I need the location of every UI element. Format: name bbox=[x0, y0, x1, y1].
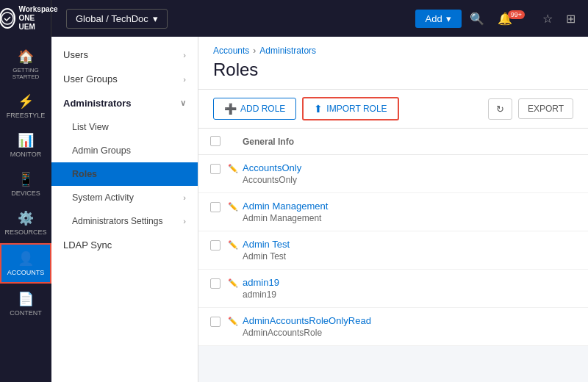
monitor-icon: 📊 bbox=[18, 132, 34, 148]
grid-button[interactable]: ⊞ bbox=[561, 8, 581, 29]
import-icon: ⬆ bbox=[314, 103, 323, 115]
row-content: Admin Test Admin Test bbox=[243, 239, 576, 262]
roles-table: General Info ✏️ AccountsOnly AccountsOnl… bbox=[198, 129, 588, 346]
table-row[interactable]: ✏️ AccountsOnly AccountsOnly bbox=[198, 155, 588, 193]
sidebar-item-system-activity[interactable]: System Activity › bbox=[51, 186, 198, 209]
add-role-button[interactable]: ➕ ADD ROLE bbox=[213, 98, 296, 120]
row-checkbox[interactable] bbox=[210, 164, 220, 174]
rail-item-label: ACCOUNTS bbox=[7, 269, 45, 276]
rail-item-accounts[interactable]: 👤 ACCOUNTS bbox=[0, 243, 51, 284]
row-edit-icon: ✏️ bbox=[228, 317, 243, 326]
rail-item-content[interactable]: 📄 CONTENT bbox=[0, 285, 51, 322]
chevron-right-icon: › bbox=[183, 193, 186, 202]
breadcrumb-administrators[interactable]: Administrators bbox=[259, 46, 316, 56]
row-edit-icon: ✏️ bbox=[228, 202, 243, 212]
sidebar-item-ldap-sync-label: LDAP Sync bbox=[63, 239, 112, 251]
sidebar-item-administrators-settings[interactable]: Administrators Settings › bbox=[51, 209, 198, 233]
role-name[interactable]: AdminAccountsRoleOnlyRead bbox=[243, 315, 576, 326]
search-icon: 🔍 bbox=[470, 12, 484, 25]
table-row[interactable]: ✏️ Admin Management Admin Management bbox=[198, 193, 588, 231]
sidebar-item-user-groups[interactable]: User Groups › bbox=[51, 67, 198, 91]
rail-item-label: FREESTYLE bbox=[7, 112, 46, 119]
content-icon: 📄 bbox=[18, 291, 34, 307]
add-role-label: ADD ROLE bbox=[240, 104, 285, 114]
import-role-button[interactable]: ⬆ IMPORT ROLE bbox=[302, 97, 398, 120]
search-button[interactable]: 🔍 bbox=[465, 8, 490, 29]
row-checkbox-cell bbox=[210, 317, 228, 330]
top-nav-right: Add ▾ 🔍 🔔99+ ☆ ⊞ bbox=[415, 8, 588, 29]
chevron-down-icon: ∨ bbox=[180, 98, 186, 108]
table-row[interactable]: ✏️ admin19 admin19 bbox=[198, 270, 588, 308]
sidebar-item-admin-groups[interactable]: Admin Groups bbox=[51, 139, 198, 162]
devices-icon: 📱 bbox=[18, 171, 34, 187]
row-checkbox[interactable] bbox=[210, 202, 220, 212]
role-name[interactable]: admin19 bbox=[243, 277, 576, 288]
role-name[interactable]: AccountsOnly bbox=[243, 162, 576, 173]
logo-icon bbox=[0, 8, 15, 29]
sidebar-item-administrators[interactable]: Administrators ∨ bbox=[51, 91, 198, 115]
breadcrumb-accounts[interactable]: Accounts bbox=[213, 46, 249, 56]
getting-started-icon: 🏠 bbox=[18, 48, 34, 65]
general-info-header: General Info bbox=[243, 137, 294, 147]
top-nav-center: Global / TechDoc ▾ bbox=[51, 9, 415, 29]
table-header: General Info bbox=[198, 129, 588, 155]
add-button[interactable]: Add ▾ bbox=[415, 10, 462, 28]
header-checkbox[interactable] bbox=[210, 136, 220, 146]
svg-point-0 bbox=[1, 12, 13, 24]
header-checkbox-cell bbox=[210, 136, 228, 148]
rail-item-devices[interactable]: 📱 DEVICES bbox=[0, 165, 51, 203]
row-checkbox-cell bbox=[210, 278, 228, 292]
chevron-down-icon: ▾ bbox=[153, 13, 158, 24]
row-edit-icon: ✏️ bbox=[228, 164, 243, 173]
row-checkbox[interactable] bbox=[210, 317, 220, 327]
favorites-button[interactable]: ☆ bbox=[537, 8, 558, 29]
role-name[interactable]: Admin Management bbox=[243, 201, 576, 212]
app-logo: Workspace ONE UEM bbox=[0, 0, 51, 37]
sidebar: Users › User Groups › Administrators ∨ L… bbox=[51, 37, 198, 382]
rail-item-label: MONITOR bbox=[10, 151, 41, 158]
sidebar-item-admin-groups-label: Admin Groups bbox=[72, 145, 131, 156]
star-icon: ☆ bbox=[542, 12, 553, 25]
role-desc: admin19 bbox=[243, 289, 576, 300]
accounts-icon: 👤 bbox=[18, 251, 34, 267]
sidebar-item-ldap-sync[interactable]: LDAP Sync bbox=[51, 233, 198, 257]
sidebar-item-roles[interactable]: Roles bbox=[51, 162, 198, 186]
global-selector-label: Global / TechDoc bbox=[76, 13, 148, 24]
row-checkbox-cell bbox=[210, 164, 228, 177]
content-area: Accounts › Administrators Roles ➕ ADD RO… bbox=[198, 37, 588, 382]
global-selector-button[interactable]: Global / TechDoc ▾ bbox=[66, 9, 168, 29]
table-row[interactable]: ✏️ AdminAccountsRoleOnlyRead AdminAccoun… bbox=[198, 308, 588, 346]
add-button-label: Add bbox=[426, 13, 442, 24]
rail-item-resources[interactable]: ⚙️ RESOURCES bbox=[0, 204, 51, 242]
main-layout: 🏠 GETTING STARTED ⚡ FREESTYLE 📊 MONITOR … bbox=[0, 37, 588, 382]
plus-icon: ➕ bbox=[224, 103, 237, 115]
role-name[interactable]: Admin Test bbox=[243, 239, 576, 250]
rail-item-getting-started[interactable]: 🏠 GETTING STARTED bbox=[0, 43, 51, 86]
refresh-button[interactable]: ↻ bbox=[488, 98, 512, 120]
rail-item-monitor[interactable]: 📊 MONITOR bbox=[0, 126, 51, 164]
chevron-right-icon: › bbox=[183, 51, 186, 60]
sidebar-item-list-view[interactable]: List View bbox=[51, 115, 198, 139]
grid-icon: ⊞ bbox=[566, 12, 576, 25]
row-content: AccountsOnly AccountsOnly bbox=[243, 162, 576, 185]
row-checkbox-cell bbox=[210, 202, 228, 215]
export-button[interactable]: EXPORT bbox=[518, 98, 573, 119]
role-desc: Admin Management bbox=[243, 213, 576, 223]
sidebar-item-roles-label: Roles bbox=[72, 169, 97, 179]
sidebar-item-list-view-label: List View bbox=[72, 122, 109, 132]
sidebar-item-administrators-settings-label: Administrators Settings bbox=[72, 216, 162, 226]
rail-item-freestyle[interactable]: ⚡ FREESTYLE bbox=[0, 87, 51, 125]
rail-item-label: CONTENT bbox=[10, 309, 42, 317]
sidebar-item-administrators-label: Administrators bbox=[63, 98, 131, 109]
sidebar-item-users[interactable]: Users › bbox=[51, 43, 198, 67]
breadcrumb: Accounts › Administrators bbox=[213, 46, 573, 56]
table-row[interactable]: ✏️ Admin Test Admin Test bbox=[198, 231, 588, 270]
row-edit-icon: ✏️ bbox=[228, 240, 243, 250]
row-checkbox[interactable] bbox=[210, 278, 220, 289]
row-edit-icon: ✏️ bbox=[228, 278, 243, 288]
row-content: admin19 admin19 bbox=[243, 277, 576, 300]
chevron-right-icon: › bbox=[183, 217, 186, 226]
notification-button[interactable]: 🔔99+ bbox=[492, 8, 534, 29]
row-checkbox[interactable] bbox=[210, 240, 220, 251]
resources-icon: ⚙️ bbox=[18, 210, 34, 226]
